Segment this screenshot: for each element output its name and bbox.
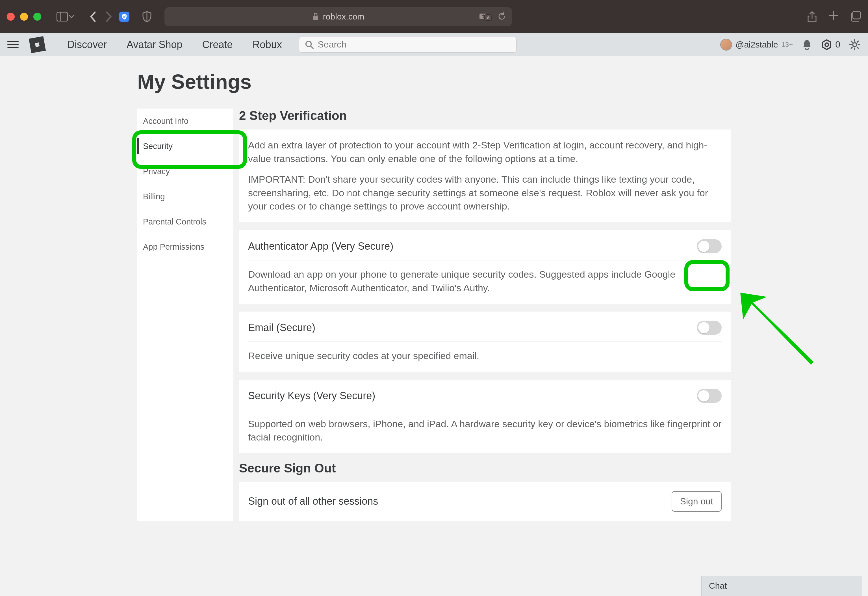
signout-button[interactable]: Sign out	[672, 491, 722, 512]
option-title: Security Keys (Very Secure)	[248, 390, 375, 402]
svg-point-13	[825, 43, 828, 46]
option-authenticator-app: Authenticator App (Very Secure) Download…	[239, 230, 731, 304]
close-window-button[interactable]	[7, 13, 15, 21]
svg-line-12	[310, 46, 313, 48]
forward-button[interactable]	[105, 11, 112, 22]
nav-discover[interactable]: Discover	[67, 39, 107, 50]
sidebar-toggle-button[interactable]	[56, 12, 74, 22]
svg-rect-10	[853, 11, 861, 19]
privacy-report-icon[interactable]	[142, 11, 152, 22]
settings-content: 2 Step Verification Add an extra layer o…	[239, 109, 731, 521]
toggle-authenticator-app[interactable]	[697, 239, 722, 253]
chat-label: Chat	[709, 581, 727, 591]
sidebar-item-label: App Permissions	[143, 242, 205, 251]
nav-avatar-shop[interactable]: Avatar Shop	[127, 39, 182, 50]
roblox-logo[interactable]	[29, 36, 46, 53]
chat-bar[interactable]: Chat	[701, 576, 862, 596]
toggle-security-keys[interactable]	[697, 389, 722, 403]
back-button[interactable]	[89, 11, 97, 22]
svg-text:文: 文	[481, 14, 486, 19]
new-tab-button[interactable]	[828, 10, 838, 23]
svg-text:A: A	[487, 16, 490, 20]
browser-toolbar: roblox.com 文A	[0, 0, 868, 33]
robux-balance[interactable]: 0	[821, 39, 840, 50]
signout-description: Sign out of all other sessions	[248, 495, 378, 507]
option-description: Receive unique security codes at your sp…	[248, 349, 722, 363]
svg-rect-0	[57, 12, 68, 21]
twostep-intro-panel: Add an extra layer of protection to your…	[239, 130, 731, 222]
nav-create[interactable]: Create	[202, 39, 233, 50]
sidebar-item-account-info[interactable]: Account Info	[137, 109, 233, 134]
option-security-keys: Security Keys (Very Secure) Supported on…	[239, 380, 731, 453]
minimize-window-button[interactable]	[20, 13, 28, 21]
svg-rect-3	[313, 16, 318, 20]
address-bar[interactable]: roblox.com 文A	[164, 7, 512, 26]
robux-count: 0	[835, 39, 840, 50]
avatar	[720, 39, 732, 50]
search-input[interactable]	[318, 39, 511, 50]
twostep-intro-text-1: Add an extra layer of protection to your…	[248, 139, 722, 166]
chevron-down-icon	[69, 15, 74, 19]
lock-icon	[312, 12, 319, 21]
signout-panel: Sign out of all other sessions Sign out	[239, 482, 731, 521]
sidebar-item-app-permissions[interactable]: App Permissions	[137, 234, 233, 260]
nav-robux[interactable]: Robux	[252, 39, 282, 50]
sidebar-item-label: Parental Controls	[143, 217, 206, 226]
sidebar-item-label: Privacy	[143, 167, 170, 176]
window-controls	[7, 13, 41, 21]
translate-icon[interactable]: 文A	[479, 12, 492, 21]
sidebar-item-security[interactable]: Security	[137, 134, 233, 159]
menu-button[interactable]	[7, 39, 19, 50]
sidebar-item-privacy[interactable]: Privacy	[137, 159, 233, 184]
url-text: roblox.com	[323, 12, 365, 22]
twostep-intro-text-2: IMPORTANT: Don't share your security cod…	[248, 173, 722, 213]
sidebar-item-label: Security	[143, 142, 173, 151]
page-title: My Settings	[137, 70, 731, 93]
sidebar-item-billing[interactable]: Billing	[137, 184, 233, 209]
share-button[interactable]	[807, 10, 817, 23]
option-title: Authenticator App (Very Secure)	[248, 240, 393, 252]
search-icon	[305, 40, 314, 49]
sidebar-item-label: Account Info	[143, 117, 189, 126]
settings-sidebar: Account Info Security Privacy Billing Pa…	[137, 109, 233, 521]
username: @ai2stable	[735, 40, 778, 49]
tabs-button[interactable]	[850, 10, 861, 23]
sidebar-item-parental-controls[interactable]: Parental Controls	[137, 209, 233, 234]
option-description: Supported on web browsers, iPhone, and i…	[248, 417, 722, 444]
section-title-signout: Secure Sign Out	[239, 461, 731, 475]
site-search[interactable]	[299, 37, 517, 53]
toggle-email[interactable]	[697, 321, 722, 335]
svg-point-14	[853, 43, 857, 47]
shield-icon[interactable]	[119, 12, 129, 22]
option-title: Email (Secure)	[248, 322, 315, 334]
option-description: Download an app on your phone to generat…	[248, 268, 722, 294]
reload-icon[interactable]	[497, 12, 506, 21]
settings-gear-button[interactable]	[849, 39, 861, 50]
site-header: Discover Avatar Shop Create Robux @ai2st…	[0, 33, 868, 56]
primary-nav: Discover Avatar Shop Create Robux	[67, 39, 282, 50]
page-body: My Settings Account Info Security Privac…	[0, 56, 868, 521]
robux-icon	[821, 39, 833, 50]
age-badge: 13+	[781, 41, 793, 49]
option-email: Email (Secure) Receive unique security c…	[239, 312, 731, 372]
sidebar-item-label: Billing	[143, 192, 165, 201]
maximize-window-button[interactable]	[33, 13, 41, 21]
user-menu[interactable]: @ai2stable 13+	[720, 39, 793, 50]
section-title-2sv: 2 Step Verification	[239, 109, 731, 123]
notifications-button[interactable]	[801, 39, 813, 50]
